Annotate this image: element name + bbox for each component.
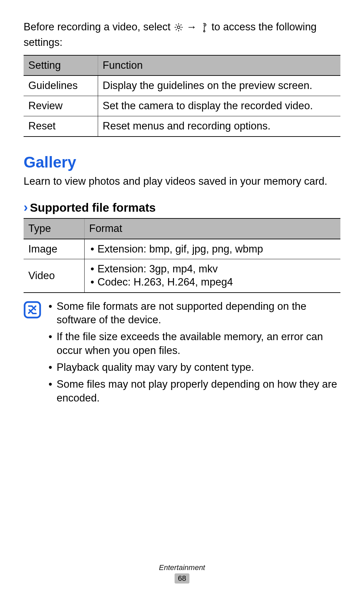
intro-text: Before recording a video, select → to ac…: [24, 20, 340, 50]
formats-table: Type Format Image Extension: bmp, gif, j…: [24, 218, 340, 293]
table-row: Reset Reset menus and recording options.: [24, 116, 340, 136]
format-type: Video: [24, 259, 84, 293]
settings-header-function: Function: [98, 55, 340, 76]
setting-function: Reset menus and recording options.: [98, 116, 340, 136]
note-item: Some files may not play properly dependi…: [47, 378, 340, 405]
table-row: Image Extension: bmp, gif, jpg, png, wbm…: [24, 239, 340, 259]
format-line: Extension: bmp, gif, jpg, png, wbmp: [89, 243, 336, 256]
setting-name: Review: [24, 96, 98, 116]
supported-heading: ›Supported file formats: [24, 200, 340, 215]
format-value: Extension: 3gp, mp4, mkv Codec: H.263, H…: [84, 259, 340, 293]
note-item: Some file formats are not supported depe…: [47, 300, 340, 327]
chevron-right-icon: ›: [24, 200, 30, 214]
note-item: If the file size exceeds the available m…: [47, 330, 340, 357]
note-item: Playback quality may vary by content typ…: [47, 361, 340, 374]
format-type: Image: [24, 239, 84, 259]
table-header-row: Setting Function: [24, 55, 340, 76]
settings-header-setting: Setting: [24, 55, 98, 76]
setting-function: Set the camera to display the recorded v…: [98, 96, 340, 116]
intro-pre: Before recording a video, select: [24, 21, 174, 33]
note-list: Some file formats are not supported depe…: [47, 300, 340, 408]
svg-point-1: [204, 31, 205, 32]
format-line: Codec: H.263, H.264, mpeg4: [89, 276, 336, 289]
setting-name: Guidelines: [24, 76, 98, 96]
gallery-lead: Learn to view photos and play videos sav…: [24, 175, 340, 188]
note-block: Some file formats are not supported depe…: [24, 300, 340, 408]
page-footer: Entertainment 68: [0, 563, 364, 584]
format-line: Extension: 3gp, mp4, mkv: [89, 263, 336, 276]
format-value: Extension: bmp, gif, jpg, png, wbmp: [84, 239, 340, 259]
setting-function: Display the guidelines on the preview sc…: [98, 76, 340, 96]
footer-category: Entertainment: [0, 563, 364, 572]
table-header-row: Type Format: [24, 218, 340, 239]
gear-icon: [174, 22, 184, 36]
page-number: 68: [175, 573, 189, 584]
settings-table: Setting Function Guidelines Display the …: [24, 55, 340, 137]
supported-heading-text: Supported file formats: [30, 201, 156, 214]
svg-point-0: [177, 26, 180, 29]
table-row: Video Extension: 3gp, mp4, mkv Codec: H.…: [24, 259, 340, 293]
formats-header-format: Format: [84, 218, 340, 239]
setting-name: Reset: [24, 116, 98, 136]
wrench-icon: [200, 22, 209, 36]
table-row: Guidelines Display the guidelines on the…: [24, 76, 340, 96]
intro-arrow: →: [186, 21, 200, 33]
formats-header-type: Type: [24, 218, 84, 239]
gallery-heading: Gallery: [24, 153, 340, 171]
table-row: Review Set the camera to display the rec…: [24, 96, 340, 116]
note-icon: [24, 301, 41, 319]
